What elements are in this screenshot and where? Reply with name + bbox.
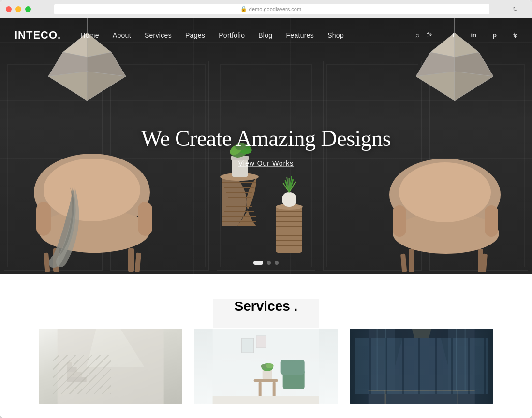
nav-item-features[interactable]: Features (286, 31, 314, 40)
browser-chrome: 🔒 demo.goodlayers.com ↻ + (0, 0, 532, 18)
slide-dot-3[interactable] (275, 261, 279, 265)
hero-content: We Create Amazing Designs View Our Works (141, 126, 391, 168)
svg-rect-21 (128, 248, 134, 272)
services-section: Services . (0, 274, 532, 418)
svg-rect-78 (281, 360, 305, 375)
svg-rect-19 (138, 202, 152, 236)
hero-title: We Create Amazing Designs (141, 126, 391, 151)
svg-marker-6 (48, 72, 87, 101)
services-title: Services . (19, 299, 513, 314)
nav-link-portfolio[interactable]: Portfolio (219, 31, 245, 39)
nav-item-services[interactable]: Services (145, 31, 172, 40)
nav-item-portfolio[interactable]: Portfolio (219, 31, 245, 40)
maximize-dot[interactable] (25, 6, 31, 12)
site-logo[interactable]: INTECO. (15, 29, 61, 42)
close-dot[interactable] (6, 6, 12, 12)
svg-rect-60 (282, 192, 296, 207)
minimize-dot[interactable] (15, 6, 21, 12)
slide-dot-1[interactable] (253, 261, 263, 265)
cart-icon[interactable]: 🛍 (426, 31, 433, 39)
svg-rect-69 (67, 377, 87, 382)
svg-rect-86 (213, 396, 319, 404)
navigation: INTECO. Home About Services Pages Portfo… (0, 18, 532, 52)
svg-marker-15 (455, 72, 493, 101)
nav-link-pages[interactable]: Pages (185, 31, 205, 39)
refresh-button[interactable]: ↻ (513, 5, 518, 13)
address-text: demo.goodlayers.com (249, 6, 301, 12)
nav-link-blog[interactable]: Blog (258, 31, 272, 39)
nav-item-shop[interactable]: Shop (327, 31, 344, 40)
svg-rect-88 (368, 329, 395, 404)
svg-rect-89 (448, 329, 474, 404)
svg-rect-79 (254, 379, 278, 382)
services-header: Services . (19, 299, 513, 314)
browser-window: 🔒 demo.goodlayers.com ↻ + (0, 0, 532, 418)
hero-section: INTECO. Home About Services Pages Portfo… (0, 18, 532, 274)
svg-rect-94 (368, 391, 474, 404)
svg-rect-75 (242, 338, 254, 353)
nav-link-home[interactable]: Home (80, 31, 99, 39)
svg-rect-29 (409, 249, 414, 272)
svg-point-33 (399, 162, 491, 222)
nav-link-about[interactable]: About (113, 31, 131, 39)
linkedin-link[interactable]: in (471, 31, 476, 39)
page-content: INTECO. Home About Services Pages Portfo… (0, 18, 532, 418)
nav-item-about[interactable]: About (113, 31, 131, 40)
service-card-1[interactable] (39, 329, 182, 404)
svg-rect-31 (400, 254, 407, 273)
nav-item-home[interactable]: Home (80, 31, 99, 40)
nav-link-shop[interactable]: Shop (327, 31, 344, 39)
hero-cta-button[interactable]: View Our Works (238, 159, 294, 167)
nav-menu: Home About Services Pages Portfolio Blog… (80, 31, 408, 40)
nav-utility-icons: ⌕ 🛍 (415, 31, 433, 39)
new-tab-button[interactable]: + (522, 5, 526, 13)
services-grid (39, 329, 493, 404)
nav-item-pages[interactable]: Pages (185, 31, 205, 40)
svg-rect-70 (67, 372, 82, 377)
svg-rect-87 (368, 329, 474, 404)
svg-marker-7 (87, 72, 126, 101)
svg-rect-18 (36, 202, 51, 236)
service-card-2[interactable] (194, 329, 338, 404)
svg-point-24 (44, 159, 140, 221)
svg-point-85 (266, 363, 274, 368)
svg-rect-80 (259, 382, 262, 399)
svg-marker-14 (416, 72, 455, 101)
nav-link-features[interactable]: Features (286, 31, 314, 39)
nav-item-blog[interactable]: Blog (258, 31, 272, 40)
svg-rect-23 (135, 253, 141, 273)
instagram-link[interactable]: 𝔦𝔤 (513, 31, 517, 39)
svg-rect-27 (393, 205, 406, 237)
facebook-link[interactable]: f (452, 31, 454, 39)
svg-rect-28 (485, 205, 498, 237)
address-bar[interactable]: 🔒 demo.goodlayers.com (54, 4, 489, 14)
slide-indicators (253, 261, 279, 265)
pinterest-link[interactable]: p (493, 31, 497, 39)
lock-icon: 🔒 (240, 6, 247, 12)
search-icon[interactable]: ⌕ (415, 31, 419, 39)
chair-right (372, 132, 517, 274)
nav-social-links: f in p 𝔦𝔤 (443, 31, 517, 39)
nav-link-services[interactable]: Services (145, 31, 172, 39)
svg-rect-72 (67, 362, 72, 367)
svg-rect-76 (256, 336, 266, 348)
slide-dot-2[interactable] (267, 261, 271, 265)
svg-rect-71 (67, 367, 77, 372)
service-card-3[interactable] (350, 329, 493, 404)
svg-rect-81 (273, 382, 276, 399)
